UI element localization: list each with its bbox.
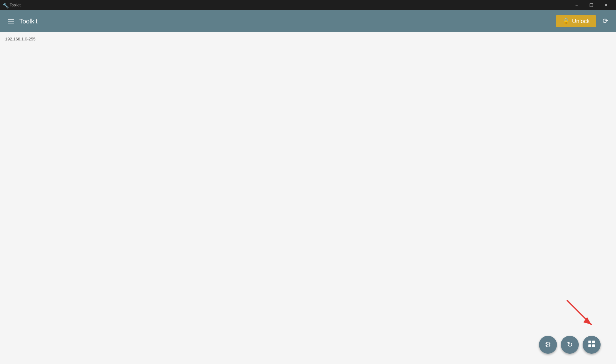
history-icon: ⟳	[603, 17, 608, 25]
red-arrow-annotation	[561, 297, 599, 336]
app-header: Toolkit 🔒 Unlock ⟳	[0, 10, 616, 32]
svg-rect-2	[588, 341, 591, 343]
svg-line-0	[567, 300, 591, 325]
network-icon	[588, 340, 595, 350]
title-bar-controls: − ❐ ✕	[569, 0, 613, 10]
title-bar-text: Toolkit	[10, 3, 569, 7]
minimize-button[interactable]: −	[569, 0, 584, 10]
svg-rect-3	[592, 341, 595, 343]
ip-range-text: 192.168.1.0-255	[5, 37, 36, 41]
unlock-button[interactable]: 🔒 Unlock	[556, 15, 596, 27]
main-content: 192.168.1.0-255 ⚙ ↻	[0, 32, 616, 364]
svg-rect-4	[588, 344, 591, 347]
svg-rect-5	[592, 344, 595, 347]
app-title: Toolkit	[19, 18, 556, 25]
close-button[interactable]: ✕	[599, 0, 613, 10]
title-bar: 🔧 Toolkit − ❐ ✕	[0, 0, 616, 10]
settings-fab-button[interactable]: ⚙	[539, 336, 557, 354]
history-button[interactable]: ⟳	[600, 14, 611, 28]
refresh-fab-button[interactable]: ↻	[561, 336, 579, 354]
restore-button[interactable]: ❐	[584, 0, 599, 10]
network-fab-button[interactable]	[583, 336, 601, 354]
app-icon: 🔧	[3, 3, 8, 8]
unlock-label: Unlock	[572, 18, 590, 25]
svg-marker-1	[583, 317, 591, 325]
fab-container: ⚙ ↻	[539, 336, 601, 354]
settings-icon: ⚙	[545, 341, 551, 349]
lock-icon: 🔒	[562, 18, 569, 25]
hamburger-icon	[8, 19, 14, 23]
menu-button[interactable]	[5, 16, 17, 26]
refresh-icon: ↻	[567, 341, 573, 349]
